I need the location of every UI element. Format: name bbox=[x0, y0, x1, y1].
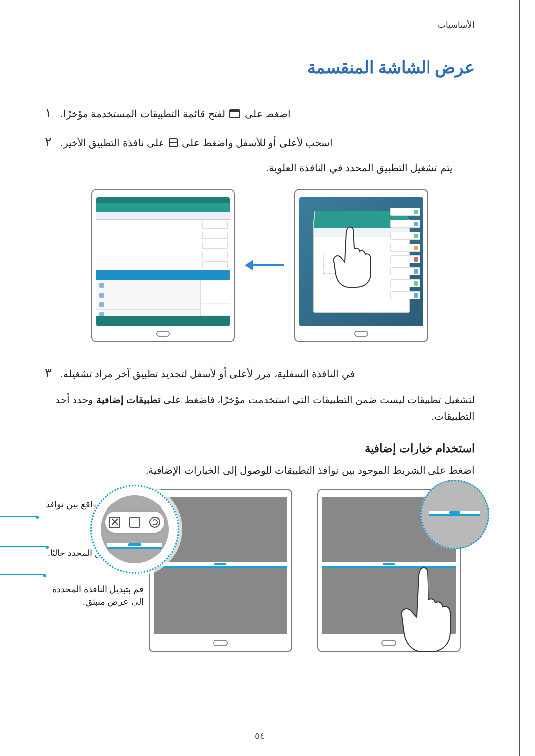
step-3: في النافذة السفلية، مرر لأعلى أو لأسفل ل… bbox=[45, 362, 475, 384]
illustration-options: قم بتبديل المواقع بين نوافذ التطبيقات. إ… bbox=[45, 489, 475, 652]
step3-text: في النافذة السفلية، مرر لأعلى أو لأسفل ل… bbox=[60, 365, 355, 382]
step3-sub: لتشغيل تطبيقات ليست ضمن التطبيقات التي ا… bbox=[45, 391, 475, 425]
section2-para: اضغط على الشريط الموجود بين نوافذ التطبي… bbox=[45, 462, 475, 479]
magnifier-right bbox=[420, 480, 489, 549]
callout-popup: قم بتبديل النافذة المحددة إلى عرض منبثق. bbox=[45, 583, 144, 608]
page-number: ٥٤ bbox=[255, 730, 265, 741]
step-2: اسحب لأعلى أو للأسفل واضغط على على نافذة… bbox=[45, 131, 475, 152]
magnifier-left: ✕ bbox=[90, 485, 179, 574]
step1-text-b: لفتح قائمة التطبيقات المستخدمة مؤخرًا. bbox=[60, 108, 225, 119]
tablet-options-right bbox=[317, 489, 461, 652]
swap-icon bbox=[149, 517, 160, 528]
arrow-left-icon bbox=[245, 260, 284, 270]
tablet-recents bbox=[294, 189, 428, 342]
split-icon bbox=[169, 135, 178, 152]
step2-sub: يتم تشغيل التطبيق المحدد في النافذة العل… bbox=[45, 159, 475, 176]
step3-num: ٣ bbox=[45, 362, 52, 384]
step1-num: ١ bbox=[45, 102, 52, 124]
recents-icon bbox=[229, 106, 240, 123]
section2-title: استخدام خيارات إضافية bbox=[45, 442, 475, 455]
svg-rect-1 bbox=[230, 110, 240, 112]
popup-icon bbox=[129, 517, 140, 528]
close-icon: ✕ bbox=[109, 517, 120, 528]
tablet-options-left: ✕ bbox=[149, 489, 292, 652]
step-1: اضغط على لفتح قائمة التطبيقات المستخدمة … bbox=[45, 102, 475, 124]
header-section: الأساسيات bbox=[45, 20, 475, 30]
step2-num: ٢ bbox=[45, 131, 52, 152]
illustration-split-flow bbox=[45, 189, 475, 342]
tablet-result bbox=[91, 189, 235, 342]
hand-icon bbox=[330, 224, 374, 288]
hand-icon bbox=[398, 565, 452, 654]
step1-text-a: اضغط على bbox=[245, 108, 291, 119]
step2-text-a: اسحب لأعلى أو للأسفل واضغط على bbox=[182, 137, 333, 148]
step2-text-b: على نافذة التطبيق الأخير. bbox=[60, 137, 164, 148]
page-title: عرض الشاشة المنقسمة bbox=[45, 57, 475, 77]
